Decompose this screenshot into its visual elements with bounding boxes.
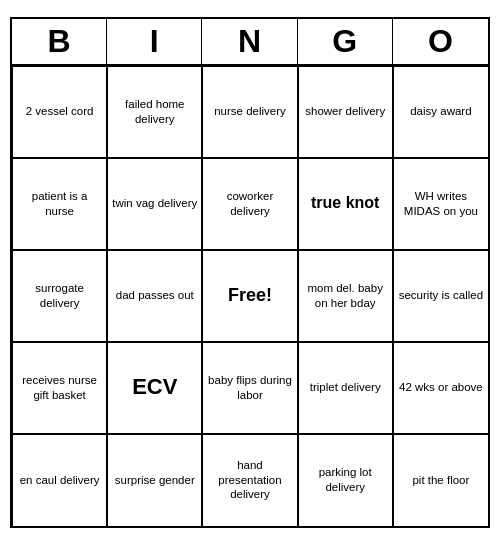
header-letter: G bbox=[298, 19, 393, 64]
bingo-cell: hand presentation delivery bbox=[202, 434, 297, 526]
header-letter: O bbox=[393, 19, 488, 64]
bingo-cell: en caul delivery bbox=[12, 434, 107, 526]
header-letter: B bbox=[12, 19, 107, 64]
header-letter: N bbox=[202, 19, 297, 64]
bingo-card: BINGO 2 vessel cordfailed home deliveryn… bbox=[10, 17, 490, 528]
bingo-cell: failed home delivery bbox=[107, 66, 202, 158]
bingo-cell: mom del. baby on her bday bbox=[298, 250, 393, 342]
bingo-cell: 42 wks or above bbox=[393, 342, 488, 434]
bingo-cell: 2 vessel cord bbox=[12, 66, 107, 158]
bingo-cell: triplet delivery bbox=[298, 342, 393, 434]
bingo-cell: coworker delivery bbox=[202, 158, 297, 250]
bingo-header: BINGO bbox=[12, 19, 488, 66]
bingo-cell: Free! bbox=[202, 250, 297, 342]
bingo-cell: pit the floor bbox=[393, 434, 488, 526]
bingo-cell: twin vag delivery bbox=[107, 158, 202, 250]
bingo-cell: ECV bbox=[107, 342, 202, 434]
bingo-cell: nurse delivery bbox=[202, 66, 297, 158]
bingo-cell: parking lot delivery bbox=[298, 434, 393, 526]
bingo-cell: baby flips during labor bbox=[202, 342, 297, 434]
bingo-cell: security is called bbox=[393, 250, 488, 342]
header-letter: I bbox=[107, 19, 202, 64]
bingo-cell: surprise gender bbox=[107, 434, 202, 526]
bingo-grid: 2 vessel cordfailed home deliverynurse d… bbox=[12, 66, 488, 526]
bingo-cell: shower delivery bbox=[298, 66, 393, 158]
bingo-cell: surrogate delivery bbox=[12, 250, 107, 342]
bingo-cell: dad passes out bbox=[107, 250, 202, 342]
bingo-cell: true knot bbox=[298, 158, 393, 250]
bingo-cell: patient is a nurse bbox=[12, 158, 107, 250]
bingo-cell: WH writes MIDAS on you bbox=[393, 158, 488, 250]
bingo-cell: receives nurse gift basket bbox=[12, 342, 107, 434]
bingo-cell: daisy award bbox=[393, 66, 488, 158]
